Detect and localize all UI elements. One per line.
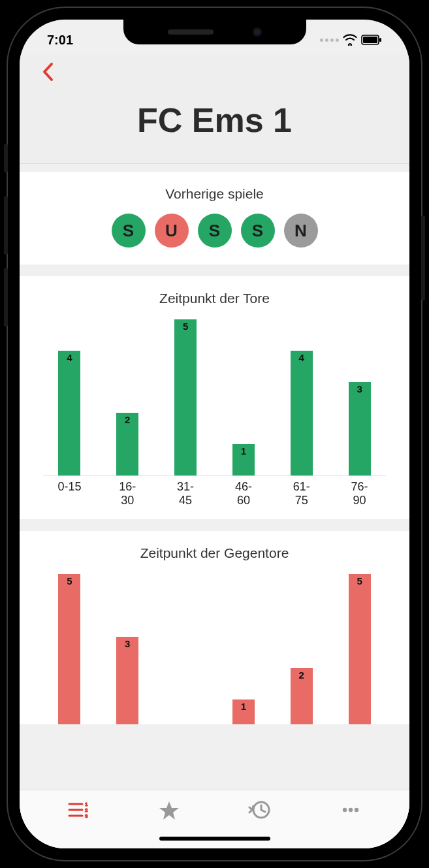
x-tick-label: 31-45 (171, 480, 200, 507)
bar-col: 4 (287, 319, 316, 475)
tab-history[interactable] (240, 799, 279, 820)
x-tick-label: 0-15 (55, 480, 84, 507)
bar: 2 (291, 668, 313, 724)
tab-list[interactable]: 123 (59, 799, 98, 820)
bar: 2 (116, 413, 138, 475)
conceded-time-card: Zeitpunkt der Gegentore 530125 (20, 531, 409, 724)
x-tick-label: 61-75 (287, 480, 316, 507)
bar-col: 2 (113, 319, 142, 475)
header: FC Ems 1 (20, 55, 409, 164)
battery-icon (361, 35, 382, 45)
tab-more[interactable] (331, 799, 370, 820)
game-badge: S (241, 214, 275, 248)
svg-text:2: 2 (85, 807, 88, 813)
svg-point-10 (343, 808, 347, 812)
wifi-icon (343, 34, 357, 46)
bar-value-label: 4 (58, 352, 80, 363)
bar-col: 5 (345, 574, 374, 724)
bar-col: 1 (229, 319, 258, 475)
bar: 5 (174, 319, 197, 475)
bar-col: 5 (55, 574, 84, 724)
chevron-left-icon (41, 62, 56, 82)
bar-col: 2 (287, 574, 316, 724)
bar: 1 (232, 699, 255, 724)
bar-value-label: 2 (116, 414, 138, 425)
svg-text:1: 1 (85, 801, 88, 807)
svg-point-11 (349, 808, 353, 812)
page-title: FC Ems 1 (35, 101, 394, 140)
bar-value-label: 3 (116, 638, 138, 649)
bar-col: 1 (229, 574, 258, 724)
bar-value-label: 2 (291, 669, 313, 681)
bar-col: 5 (171, 319, 200, 475)
tab-bar: 123 (20, 790, 409, 848)
svg-point-12 (355, 808, 358, 812)
bar-col: 3 (345, 319, 374, 475)
bar: 1 (232, 444, 255, 475)
svg-rect-2 (379, 38, 381, 42)
bar-value-label: 3 (349, 383, 371, 394)
bar: 3 (116, 637, 138, 724)
bar: 5 (349, 574, 371, 724)
back-button[interactable] (35, 59, 61, 85)
bar-col: 0 (171, 574, 200, 724)
bar-value-label: 4 (291, 352, 313, 363)
conceded-time-title: Zeitpunkt der Gegentore (33, 545, 396, 561)
tab-favorites[interactable] (150, 799, 189, 820)
svg-text:3: 3 (85, 813, 88, 819)
bar-value-label: 1 (232, 445, 255, 457)
x-tick-label: 16-30 (113, 480, 142, 507)
bar-value-label: 5 (349, 575, 371, 587)
goals-time-title: Zeitpunkt der Tore (33, 291, 396, 306)
cellular-dots-icon (320, 39, 339, 42)
game-badge: U (155, 214, 189, 248)
bar-col: 4 (55, 319, 84, 475)
bar: 5 (58, 574, 80, 724)
game-badge: S (198, 214, 232, 248)
game-badge: S (112, 214, 146, 248)
previous-games-card: Vorherige spiele SUSSN (20, 172, 409, 265)
bar-value-label: 5 (58, 575, 80, 587)
bar: 3 (349, 382, 371, 475)
x-tick-label: 46-60 (229, 480, 258, 507)
bar-value-label: 5 (174, 321, 197, 332)
bar-col: 3 (113, 574, 142, 724)
svg-rect-1 (363, 37, 377, 43)
bar: 4 (291, 351, 313, 475)
bar: 4 (58, 351, 80, 475)
status-time: 7:01 (47, 33, 73, 48)
x-tick-label: 76-90 (345, 480, 374, 507)
goals-time-card: Zeitpunkt der Tore 4251430-1516-3031-454… (20, 276, 409, 519)
home-indicator[interactable] (159, 837, 270, 841)
game-badge: N (284, 214, 318, 248)
previous-games-title: Vorherige spiele (33, 186, 396, 202)
bar-value-label: 1 (232, 701, 255, 712)
